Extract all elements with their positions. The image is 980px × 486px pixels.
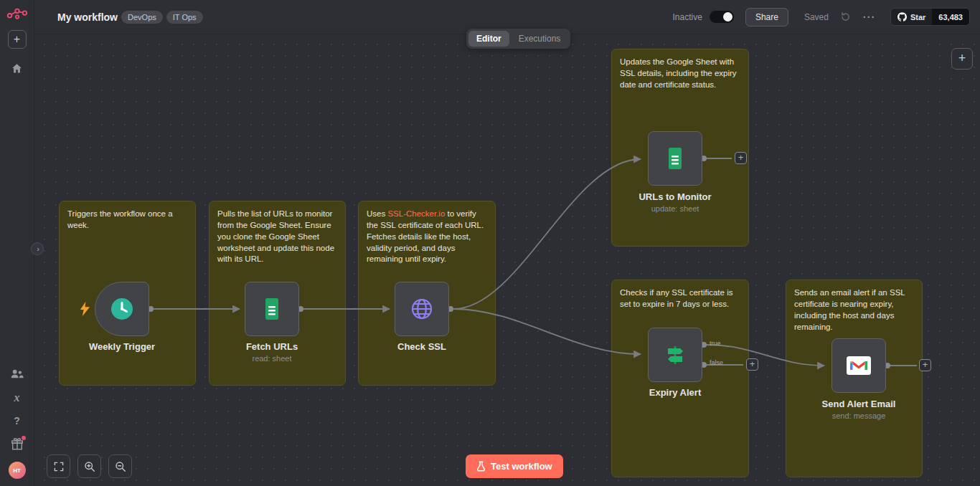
home-icon[interactable] [11,62,23,75]
node-label: Expiry Alert [611,387,740,398]
editor-tabs: Editor Executions [466,29,570,49]
note-text: Pulls the list of URLs to monitor from t… [217,209,334,263]
node-expiry-alert[interactable] [648,328,702,382]
toggle-knob [723,12,732,22]
more-options-icon[interactable]: ⋯ [862,11,875,23]
note-text: Checks if any SSL certificate is set to … [620,288,732,308]
node-check-ssl[interactable] [395,282,449,336]
help-icon[interactable]: ? [14,414,20,427]
node-label: Fetch URLs [207,341,336,352]
active-status-label: Inactive [673,12,702,22]
tab-executions[interactable]: Executions [511,31,569,47]
node-label: URLs to Monitor [611,191,740,202]
node-subtitle: send: message [794,411,923,420]
share-button[interactable]: Share [745,8,788,27]
community-icon[interactable] [10,367,24,381]
node-fetch-urls[interactable] [245,282,299,336]
ssl-checker-link[interactable]: SSL-Checker.io [387,209,445,218]
variables-icon[interactable]: x [14,391,20,404]
add-node-button[interactable]: + [951,48,973,70]
github-star-widget[interactable]: Star 63,483 [890,8,970,26]
zoom-in-icon [84,461,95,472]
add-node-plus-email[interactable]: + [919,359,931,371]
star-label: Star [910,13,925,22]
notification-dot [22,436,26,440]
node-subtitle: read: sheet [207,354,336,363]
schedule-clock-icon [109,296,135,322]
output-false-label: false [710,359,723,366]
globe-icon [410,297,434,321]
zoom-out-button[interactable] [108,454,132,478]
saved-status: Saved [804,12,829,22]
node-subtitle: update: sheet [611,204,740,213]
fit-view-icon [53,461,65,472]
google-sheets-icon [260,297,284,321]
test-workflow-button[interactable]: Test workflow [466,454,563,478]
workflow-title[interactable]: My workflow [57,11,118,23]
if-filter-icon [663,343,687,367]
tag-devops[interactable]: DevOps [121,11,163,24]
sidebar-expand-chevron[interactable]: › [31,242,44,255]
active-toggle[interactable] [710,11,734,23]
zoom-to-fit-button[interactable] [47,454,70,478]
output-true-label: true [710,340,721,347]
n8n-logo [6,6,28,21]
github-icon [897,12,907,22]
note-text: Uses [367,209,387,218]
gmail-icon [846,356,872,376]
node-urls-to-monitor[interactable] [648,131,702,186]
node-label: Check SSL [357,341,486,352]
tag-itops[interactable]: IT Ops [166,11,203,24]
node-label: Send Alert Email [794,399,923,409]
left-sidebar: + x ? HT [0,0,34,486]
tab-editor[interactable]: Editor [468,31,509,47]
note-text: Updates the Google Sheet with SSL detail… [620,57,737,89]
zoom-in-button[interactable] [77,454,101,478]
user-avatar[interactable]: HT [9,462,26,479]
star-count: 63,483 [932,9,969,25]
note-text: Triggers the workflow once a week. [67,209,173,229]
flask-icon [476,461,486,472]
trigger-bolt-icon [80,301,90,317]
whats-new-icon[interactable] [11,437,24,452]
note-text: Sends an email alert if an SSL certifica… [794,288,905,331]
node-weekly-trigger[interactable] [95,282,149,336]
add-workflow-button[interactable]: + [8,30,27,49]
history-icon[interactable] [840,11,851,22]
zoom-out-icon [115,461,126,472]
google-sheets-icon [663,146,687,171]
add-node-plus-urls[interactable]: + [735,152,747,164]
node-label: Weekly Trigger [57,341,187,352]
test-workflow-label: Test workflow [491,461,552,472]
node-send-alert-email[interactable] [831,338,886,393]
add-node-plus-false[interactable]: + [746,358,758,371]
